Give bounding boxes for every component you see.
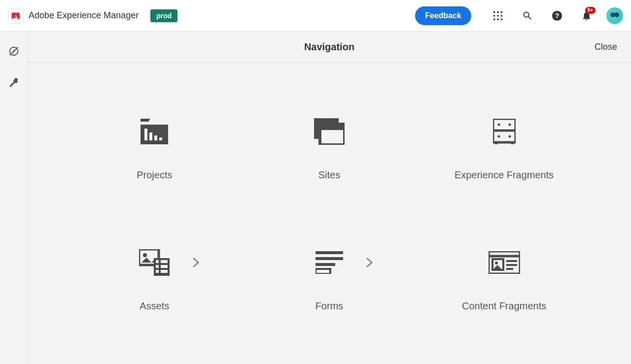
svg-point-1 (497, 11, 499, 13)
tile-projects[interactable]: Projects (67, 83, 242, 214)
forms-icon (316, 251, 343, 276)
svg-point-5 (501, 15, 503, 17)
svg-point-7 (497, 18, 499, 20)
tile-label: Assets (140, 300, 169, 312)
hammer-icon[interactable] (4, 73, 24, 93)
svg-rect-28 (511, 142, 514, 144)
svg-rect-32 (156, 260, 159, 263)
svg-point-26 (508, 135, 511, 138)
chevron-right-icon (192, 257, 199, 270)
tile-sites[interactable]: Sites (242, 83, 417, 214)
help-icon[interactable]: ? (547, 6, 567, 26)
tile-experience-fragments[interactable]: Experience Fragments (417, 83, 592, 214)
svg-point-45 (495, 262, 498, 265)
tile-assets[interactable]: Assets (67, 214, 242, 345)
svg-point-0 (493, 11, 495, 13)
content-fragments-icon (489, 251, 520, 276)
svg-rect-35 (161, 265, 168, 268)
assets-icon (139, 249, 170, 278)
notification-badge: 9+ (585, 7, 596, 14)
svg-rect-46 (506, 260, 517, 262)
close-button[interactable]: Close (595, 42, 617, 52)
notifications-icon[interactable]: 9+ (577, 6, 596, 26)
tile-content-fragments[interactable]: Content Fragments (417, 214, 592, 345)
svg-rect-17 (159, 137, 162, 140)
svg-point-3 (493, 15, 495, 17)
svg-point-30 (143, 253, 147, 257)
svg-rect-20 (320, 124, 345, 130)
svg-point-6 (493, 18, 495, 20)
tile-label: Sites (318, 169, 340, 181)
svg-rect-47 (506, 264, 517, 266)
svg-rect-38 (316, 251, 343, 254)
fragments-icon (493, 119, 516, 146)
svg-rect-41 (316, 269, 330, 274)
tile-forms[interactable]: Forms (242, 214, 417, 345)
svg-point-2 (501, 11, 503, 13)
svg-point-4 (497, 15, 499, 17)
chevron-right-icon (366, 257, 373, 270)
main-content: Navigation Close Projects Sites (28, 32, 631, 364)
svg-point-25 (497, 135, 500, 138)
subheader: Navigation Close (28, 32, 631, 63)
projects-icon (140, 119, 168, 146)
search-icon[interactable] (518, 6, 537, 26)
top-bar: Adobe Experience Manager prod Feedback ?… (0, 0, 631, 32)
svg-point-8 (501, 18, 503, 20)
svg-rect-33 (161, 260, 168, 263)
svg-rect-37 (161, 270, 168, 273)
feedback-button[interactable]: Feedback (415, 6, 471, 25)
navigation-grid: Projects Sites Experience Fragments (28, 63, 631, 364)
tile-label: Projects (137, 169, 172, 181)
svg-rect-36 (156, 270, 159, 273)
svg-rect-27 (495, 142, 497, 144)
svg-rect-15 (149, 132, 152, 140)
apps-icon[interactable] (488, 6, 508, 26)
svg-rect-14 (144, 129, 147, 140)
sites-icon (314, 118, 345, 147)
svg-rect-48 (506, 268, 513, 270)
tile-label: Experience Fragments (455, 169, 554, 181)
env-badge: prod (150, 9, 177, 22)
svg-rect-34 (156, 265, 159, 268)
svg-text:?: ? (555, 12, 559, 19)
svg-point-24 (508, 124, 511, 126)
tile-label: Content Fragments (462, 300, 546, 312)
svg-point-23 (497, 124, 500, 126)
svg-rect-39 (316, 257, 343, 260)
adobe-logo[interactable] (8, 8, 24, 24)
page-title: Navigation (304, 41, 354, 53)
app-title: Adobe Experience Manager (29, 10, 139, 21)
compass-icon[interactable] (4, 41, 24, 61)
left-rail (0, 32, 28, 364)
avatar[interactable] (606, 7, 623, 24)
svg-rect-40 (316, 263, 335, 266)
svg-rect-16 (154, 135, 157, 140)
tile-label: Forms (316, 300, 344, 312)
